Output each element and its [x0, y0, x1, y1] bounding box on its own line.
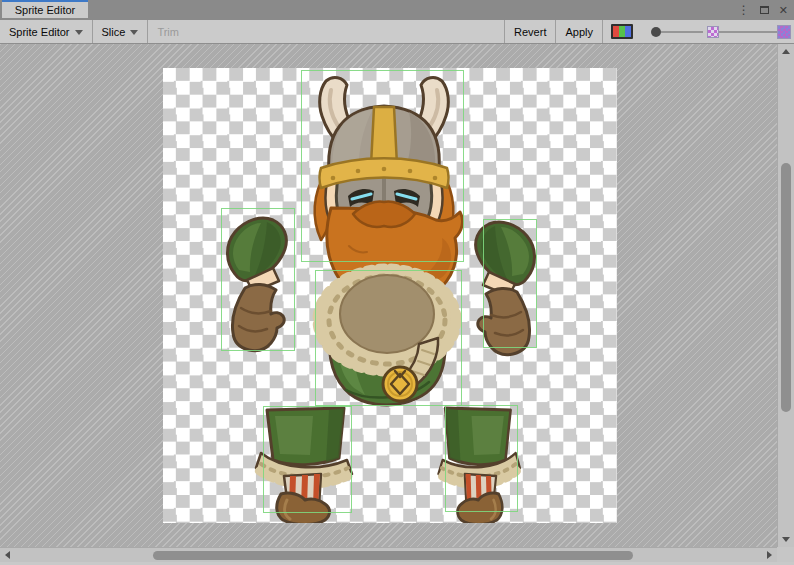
revert-button[interactable]: Revert: [505, 20, 555, 43]
horizontal-scrollbar[interactable]: [0, 547, 777, 562]
chevron-down-icon: [75, 30, 83, 35]
rgb-channels-icon: [611, 24, 633, 39]
zoom-slider-track[interactable]: [661, 31, 703, 33]
mip-texture-large-icon: [777, 25, 791, 39]
texture-canvas[interactable]: [163, 68, 617, 523]
revert-button-label: Revert: [514, 26, 546, 38]
vertical-scrollbar[interactable]: [777, 44, 794, 547]
sprite-editor-canvas[interactable]: [0, 44, 777, 547]
slice-rect-arm-right[interactable]: [483, 219, 537, 348]
slice-dropdown[interactable]: Slice: [93, 20, 148, 43]
zoom-slider[interactable]: [651, 20, 703, 43]
sprite-editor-dropdown-label: Sprite Editor: [9, 26, 70, 38]
zoom-slider-handle[interactable]: [651, 27, 661, 37]
apply-button-label: Apply: [565, 26, 593, 38]
trim-button-label: Trim: [157, 26, 179, 38]
maximize-icon[interactable]: [760, 6, 769, 14]
sprite-editor-dropdown[interactable]: Sprite Editor: [0, 20, 92, 43]
mip-slider[interactable]: [707, 20, 791, 43]
tab-strip: Sprite Editor ⋮ ✕: [0, 0, 794, 20]
close-icon[interactable]: ✕: [779, 5, 788, 16]
slice-rect-leg-right[interactable]: [445, 405, 518, 512]
slice-rect-torso[interactable]: [315, 270, 462, 406]
toolbar-spacer: [188, 20, 504, 43]
scrollbar-corner: [777, 547, 794, 562]
kebab-menu-icon[interactable]: ⋮: [738, 4, 750, 16]
v-scrollbar-thumb[interactable]: [781, 163, 791, 412]
window-controls: ⋮ ✕: [738, 0, 788, 20]
slice-rect-arm-left[interactable]: [221, 208, 295, 351]
slice-rect-leg-left[interactable]: [263, 406, 352, 513]
rgb-alpha-toggle-button[interactable]: [603, 20, 641, 43]
h-scrollbar-thumb[interactable]: [153, 551, 633, 560]
chevron-down-icon: [130, 30, 138, 35]
slice-rect-head[interactable]: [301, 70, 464, 262]
slice-dropdown-label: Slice: [102, 26, 126, 38]
toolbar: Sprite Editor Slice Trim Revert Apply: [0, 20, 794, 44]
scroll-up-icon[interactable]: [782, 49, 790, 54]
tab-title: Sprite Editor: [15, 4, 76, 16]
tab-sprite-editor[interactable]: Sprite Editor: [2, 0, 88, 18]
apply-button[interactable]: Apply: [556, 20, 602, 43]
mip-slider-track[interactable]: [719, 31, 777, 33]
mip-texture-small-icon[interactable]: [707, 26, 719, 38]
trim-button: Trim: [148, 20, 188, 43]
scroll-left-icon[interactable]: [5, 551, 10, 559]
scroll-right-icon[interactable]: [767, 551, 772, 559]
scroll-down-icon[interactable]: [782, 537, 790, 542]
